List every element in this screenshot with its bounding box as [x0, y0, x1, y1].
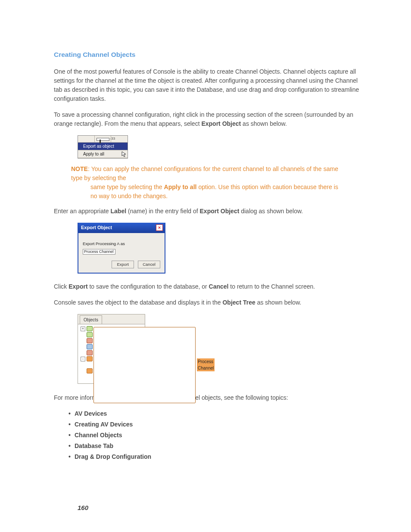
tree-label-process-channel: Process Channel: [197, 358, 215, 371]
document-page: Creating Channel Objects One of the most…: [0, 0, 411, 532]
section-heading: Creating Channel Objects: [54, 50, 364, 59]
page-number: 160: [78, 503, 88, 513]
telco-tx-icon: [87, 350, 93, 355]
output-icon: [87, 344, 93, 349]
note-apply-to-all: Apply to all: [164, 184, 197, 190]
collapse-icon[interactable]: -: [81, 357, 85, 361]
para5-a: Console saves the object to the database…: [54, 299, 222, 306]
dialog-title: Export Object: [81, 224, 112, 231]
para4-e: to return to the Channel screen.: [228, 283, 315, 290]
topic-database-tab: Database Tab: [68, 442, 364, 451]
mic-icon: [87, 326, 93, 331]
line-icon: [87, 332, 93, 337]
context-menu-header: -33: [78, 136, 128, 143]
processing-icon: [87, 356, 93, 361]
slider-track: [97, 138, 109, 141]
para4-cancel: Cancel: [209, 283, 229, 290]
related-topics-list: AV Devices Creating AV Devices Channel O…: [68, 409, 364, 461]
close-icon: ×: [158, 225, 161, 230]
para5-c: as shown below.: [255, 299, 302, 306]
note-a: : You can apply the channel configuratio…: [71, 165, 338, 181]
tree-panel: + Mic Line Telco Rx Output Telco Tx -: [78, 324, 145, 383]
figure-object-tree: Objects + Mic Line Telco Rx Output Telc: [78, 314, 145, 384]
slider-knob: [100, 140, 101, 143]
topic-av-devices: AV Devices: [68, 409, 364, 418]
objects-tab[interactable]: Objects: [80, 315, 102, 324]
para3-label: Label: [111, 208, 127, 215]
para3-export-object: Export Object: [200, 208, 240, 215]
para2-export-object: Export Object: [201, 120, 241, 127]
paragraph-3: Enter an appropriate Label (name) in the…: [54, 207, 364, 216]
expand-icon[interactable]: +: [81, 327, 85, 331]
export-button[interactable]: Export: [112, 261, 134, 268]
note-label: NOTE: [71, 165, 88, 172]
topic-creating-av-devices: Creating AV Devices: [68, 420, 364, 429]
dialog-button-row: Export Cancel: [83, 261, 160, 268]
para3-a: Enter an appropriate: [54, 208, 111, 215]
para2-c: as shown below.: [241, 120, 287, 127]
para4-c: to save the configuration to the databas…: [88, 283, 209, 290]
figure-export-dialog: Export Object × Export Processing A as E…: [78, 223, 165, 274]
paragraph-2: To save a processing channel configurati…: [54, 110, 364, 128]
note-line2-prefix: same type by selecting the: [90, 184, 164, 190]
menu-item-apply-to-all[interactable]: Apply to all: [78, 150, 128, 158]
note-block: NOTE: You can apply the channel configur…: [71, 165, 338, 201]
para4-export: Export: [68, 283, 87, 290]
dialog-body: Export Processing A as Export Cancel: [78, 233, 165, 273]
cancel-button[interactable]: Cancel: [138, 261, 160, 268]
telco-rx-icon: [87, 338, 93, 343]
paragraph-5: Console saves the object to the database…: [54, 298, 364, 307]
paragraph-4: Click Export to save the configuration t…: [54, 282, 364, 291]
menu-item-export-as-object[interactable]: Export as object: [78, 143, 128, 150]
figure-context-menu: -33 Export as object Apply to all: [78, 135, 128, 159]
close-button[interactable]: ×: [156, 224, 163, 231]
para4-a: Click: [54, 283, 68, 290]
para3-c: (name) in the entry field of: [126, 208, 199, 215]
topic-drag-drop-config: Drag & Drop Configuration: [68, 452, 364, 461]
export-name-input[interactable]: [83, 249, 115, 255]
topic-channel-objects: Channel Objects: [68, 431, 364, 440]
dialog-titlebar: Export Object ×: [78, 223, 165, 233]
para5-object-tree: Object Tree: [222, 299, 255, 306]
para3-e: dialog as shown below.: [239, 208, 303, 215]
fader-icon: [87, 368, 93, 373]
paragraph-1: One of the most powerful features of Con…: [54, 67, 364, 103]
export-as-label: Export Processing A as: [83, 241, 160, 247]
tree-item-process-channel[interactable]: Process Channel: [79, 362, 145, 368]
cursor-icon: [121, 151, 127, 157]
process-channel-icon: [93, 327, 196, 403]
